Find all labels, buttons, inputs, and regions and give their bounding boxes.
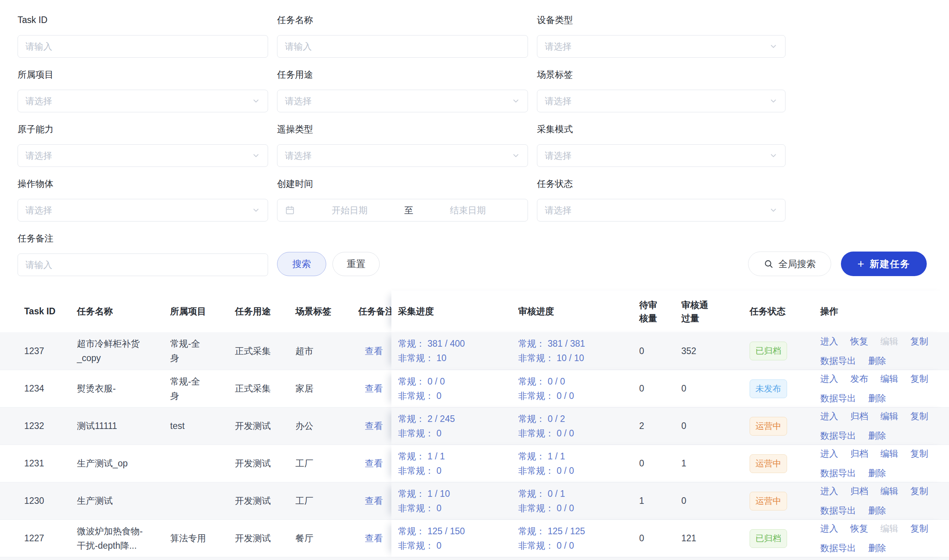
action-state-link[interactable]: 归档 [850,447,868,461]
status-badge: 已归档 [750,529,787,548]
action-edit-link[interactable]: 编辑 [880,409,898,424]
atomic-ability-select[interactable]: 请选择 [18,144,268,167]
task-id-input[interactable] [18,35,268,58]
search-button[interactable]: 搜索 [277,252,326,276]
scene-tag-select[interactable]: 请选择 [537,90,786,112]
task-purpose-select[interactable]: 请选择 [277,90,528,112]
select-placeholder: 请选择 [545,41,572,53]
cell-remark: 查看 [358,383,391,395]
action-edit-link[interactable]: 编辑 [880,372,898,386]
action-enter-link[interactable]: 进入 [820,521,838,536]
action-copy-link[interactable]: 复制 [910,334,928,349]
cell-approved-count: 352 [681,346,747,356]
filter-field-task-id: Task ID [18,15,268,58]
view-remark-link[interactable]: 查看 [365,346,383,356]
action-export-link[interactable]: 数据导出 [820,466,856,480]
action-enter-link[interactable]: 进入 [820,484,838,498]
action-delete-link[interactable]: 删除 [868,503,886,518]
action-delete-link[interactable]: 删除 [868,429,886,443]
review-irregular: 非常规： 0 / 0 [518,539,638,553]
end-date-placeholder[interactable]: 结束日期 [416,204,520,216]
collect-mode-select[interactable]: 请选择 [537,144,786,167]
action-delete-link[interactable]: 删除 [868,466,886,480]
action-export-link[interactable]: 数据导出 [820,541,856,555]
operate-object-select[interactable]: 请选择 [18,199,268,222]
action-state-link[interactable]: 归档 [850,484,868,498]
view-remark-link[interactable]: 查看 [365,421,383,431]
action-export-link[interactable]: 数据导出 [820,503,856,518]
reset-button[interactable]: 重置 [332,252,380,276]
action-delete-link[interactable]: 删除 [868,354,886,368]
project-select[interactable]: 请选择 [18,90,268,112]
action-enter-link[interactable]: 进入 [820,334,838,349]
cell-pending-count: 0 [638,346,681,356]
filter-field-device-type: 设备类型 请选择 [537,15,786,58]
teleop-type-select[interactable]: 请选择 [277,144,528,167]
view-remark-link[interactable]: 查看 [365,496,383,506]
chevron-down-icon [512,151,520,160]
header-review-progress: 审核进度 [518,305,638,317]
start-date-placeholder[interactable]: 开始日期 [297,204,402,216]
cell-purpose: 正式采集 [235,383,295,395]
action-enter-link[interactable]: 进入 [820,409,838,424]
task-remark-input[interactable] [18,253,268,276]
action-edit-link[interactable]: 编辑 [880,521,898,536]
action-edit-link[interactable]: 编辑 [880,484,898,498]
view-remark-link[interactable]: 查看 [365,383,383,393]
filter-form: Task ID 任务名称 设备类型 请选择 所属项目 请选择 任务用途 请选择 [18,15,786,222]
filter-bottom-row: 任务备注 搜索 重置 全局搜索 + 新建任务 [18,233,931,276]
action-enter-link[interactable]: 进入 [820,447,838,461]
action-export-link[interactable]: 数据导出 [820,354,856,368]
action-state-link[interactable]: 恢复 [850,521,868,536]
date-separator: 至 [402,204,416,216]
review-regular: 常规： 1 / 1 [518,449,638,464]
view-remark-link[interactable]: 查看 [365,458,383,468]
task-name-input[interactable] [277,35,528,58]
filter-label-task-name: 任务名称 [277,15,528,25]
collect-irregular: 非常规： 0 [398,464,518,478]
action-copy-link[interactable]: 复制 [910,409,928,424]
action-enter-link[interactable]: 进入 [820,372,838,386]
table-fixed-header-section: 采集进度 审核进度 待审核量 审核通过量 任务状态 操作 [391,291,949,332]
new-task-button[interactable]: + 新建任务 [841,252,927,276]
action-export-link[interactable]: 数据导出 [820,429,856,443]
action-copy-link[interactable]: 复制 [910,484,928,498]
device-type-select[interactable]: 请选择 [537,35,786,58]
cell-task-name: 微波炉加热食物-干扰-depth降... [77,524,170,553]
collect-irregular: 非常规： 0 [398,501,518,516]
action-state-link[interactable]: 恢复 [850,334,868,349]
collect-irregular: 非常规： 10 [398,351,518,365]
cell-review-progress: 常规： 0 / 0 非常规： 0 / 0 [518,374,638,403]
action-delete-link[interactable]: 删除 [868,391,886,406]
action-copy-link[interactable]: 复制 [910,372,928,386]
cell-purpose: 开发测试 [235,420,295,432]
action-edit-link[interactable]: 编辑 [880,447,898,461]
header-task-name: 任务名称 [77,305,170,317]
select-placeholder: 请选择 [545,204,572,216]
table-fixed-row-section: 常规： 2 / 245 非常规： 0 常规： 0 / 2 非常规： 0 / 0 … [391,408,949,445]
action-state-link[interactable]: 归档 [850,409,868,424]
cell-project: 算法专用 [170,531,235,546]
cell-task-status: 已归档 [747,342,820,360]
action-delete-link[interactable]: 删除 [868,541,886,555]
action-edit-link[interactable]: 编辑 [880,334,898,349]
chevron-down-icon [769,151,778,160]
task-status-select[interactable]: 请选择 [537,199,786,222]
action-export-link[interactable]: 数据导出 [820,391,856,406]
header-scene-tag: 场景标签 [295,305,358,317]
global-search-button[interactable]: 全局搜索 [748,252,831,276]
header-approved-count: 审核通过量 [681,298,747,325]
cell-task-name: 测试11111 [77,419,170,433]
select-placeholder: 请选择 [285,150,312,162]
action-copy-link[interactable]: 复制 [910,447,928,461]
create-time-daterange[interactable]: 开始日期 至 结束日期 [277,199,528,222]
chevron-down-icon [252,206,260,214]
action-state-link[interactable]: 发布 [850,372,868,386]
cell-actions: 进入 归档 编辑 复制 数据导出 删除 [820,484,949,518]
collect-regular: 常规： 2 / 245 [398,412,518,426]
chevron-down-icon [252,151,260,160]
filter-label-scene-tag: 场景标签 [537,69,786,80]
view-remark-link[interactable]: 查看 [365,533,383,543]
action-copy-link[interactable]: 复制 [910,521,928,536]
cell-approved-count: 0 [681,496,747,506]
